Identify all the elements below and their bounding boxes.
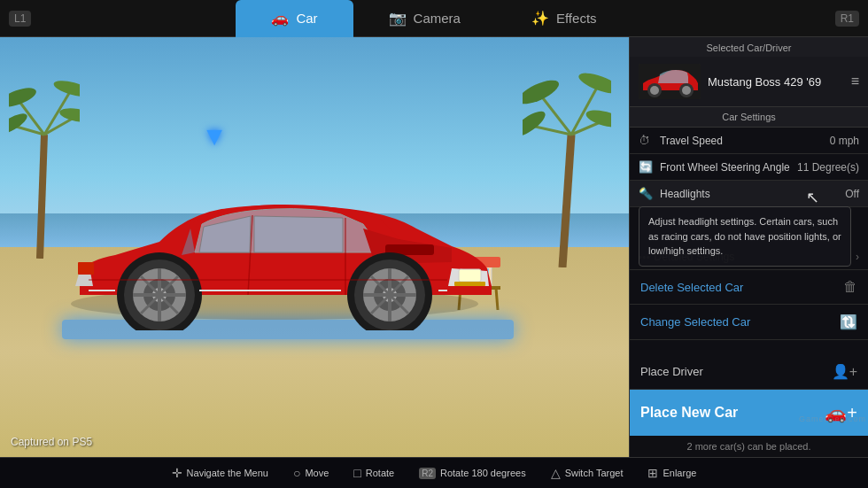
car-menu-icon[interactable]: ≡ [851, 74, 859, 89]
main-container: L1 🚗 Car 📷 Camera ✨ Effects R1 [0, 0, 868, 488]
steering-icon: 🔄 [639, 160, 656, 174]
svg-rect-30 [78, 262, 94, 275]
enlarge-label: Enlarge [663, 468, 696, 478]
travel-speed-row[interactable]: ⏱ Travel Speed 0 mph [630, 128, 868, 154]
toolbar-move: ○ Move [293, 466, 329, 480]
chevron-right-icon: › [856, 251, 859, 263]
scene-caption: Captured on PS5 [11, 436, 92, 448]
car-thumbnail [639, 64, 701, 99]
car-platform [44, 162, 514, 339]
effects-tab-label: Effects [556, 11, 597, 26]
rotate-icon: □ [353, 466, 360, 480]
place-driver-icon: 👤+ [832, 363, 857, 380]
content-area: ▼ [0, 37, 868, 457]
move-icon: ○ [293, 466, 300, 480]
selected-car-section-header: Selected Car/Driver [630, 37, 868, 57]
camera-tab-label: Camera [414, 11, 461, 26]
bottom-toolbar: ✛ Navigate the Menu ○ Move □ Rotate R2 R… [0, 457, 868, 488]
move-label: Move [305, 468, 329, 478]
spacer [630, 340, 868, 354]
place-new-car-label: Place New Car [640, 405, 825, 421]
tab-camera[interactable]: 📷 Camera [353, 0, 496, 37]
switch-target-label: Switch Target [565, 468, 624, 478]
place-driver-label: Place Driver [640, 365, 832, 378]
headlights-value: Off [845, 188, 859, 200]
headlights-tooltip: Adjust headlight settings. Certain cars,… [639, 206, 851, 267]
travel-speed-value: 0 mph [830, 135, 859, 147]
car-info-row: Mustang Boss 429 '69 ≡ [630, 57, 868, 107]
camera-tab-icon: 📷 [389, 10, 407, 27]
toolbar-switch-target: △ Switch Target [551, 466, 624, 480]
steering-angle-row[interactable]: 🔄 Front Wheel Steering Angle 11 Degree(s… [630, 154, 868, 181]
tab-effects[interactable]: ✨ Effects [496, 0, 632, 37]
tab-car[interactable]: 🚗 Car [236, 0, 353, 37]
effects-tab-icon: ✨ [531, 10, 549, 27]
top-nav: L1 🚗 Car 📷 Camera ✨ Effects R1 [0, 0, 868, 37]
switch-target-icon: △ [551, 466, 561, 480]
svg-rect-28 [459, 269, 481, 282]
travel-speed-icon: ⏱ [639, 134, 656, 147]
headlights-icon: 🔦 [639, 187, 656, 200]
svg-point-59 [682, 86, 691, 95]
rotate-label: Rotate [366, 468, 394, 478]
r1-trigger: R1 [835, 11, 859, 27]
svg-point-57 [650, 86, 659, 95]
headlights-row[interactable]: 🔦 Headlights Off ↖ Adjust headlight sett… [630, 181, 868, 207]
svg-rect-29 [454, 282, 485, 286]
enlarge-icon: ⊞ [647, 466, 658, 480]
delete-car-label: Delete Selected Car [640, 281, 843, 294]
svg-point-6 [9, 110, 30, 138]
change-icon: 🔃 [840, 314, 857, 330]
car-settings-header: Car Settings [630, 107, 868, 128]
svg-point-11 [523, 75, 562, 108]
toolbar-rotate: □ Rotate [353, 466, 394, 480]
delete-car-row[interactable]: Delete Selected Car 🗑 [630, 270, 868, 305]
car-tab-label: Car [296, 11, 317, 26]
steering-value: 11 Degree(s) [797, 161, 859, 174]
right-panel: Selected Car/Driver Mustang Boss 429 [629, 37, 868, 457]
navigate-label: Navigate the Menu [187, 468, 268, 478]
car-tab-icon: 🚗 [271, 10, 289, 27]
travel-speed-label: Travel Speed [656, 135, 830, 147]
svg-point-15 [523, 107, 549, 141]
rotate180-label: Rotate 180 degrees [440, 468, 526, 478]
change-car-label: Change Selected Car [640, 315, 840, 329]
more-cars-info: 2 more car(s) can be placed. [630, 436, 868, 457]
svg-line-9 [562, 135, 571, 267]
palm-tree-right [523, 55, 611, 267]
scene-area: ▼ [0, 37, 629, 457]
rotate180-icon: R2 [419, 468, 436, 479]
headlights-label: Headlights [656, 188, 845, 200]
watermark: GamerGen.com [799, 414, 866, 423]
steering-label: Front Wheel Steering Angle [656, 161, 797, 174]
place-new-car-row[interactable]: Place New Car 🚗+ [630, 390, 868, 436]
toolbar-enlarge: ⊞ Enlarge [647, 466, 696, 480]
toolbar-rotate180: R2 Rotate 180 degrees [419, 468, 525, 479]
car-name: Mustang Boss 429 '69 [708, 75, 844, 89]
navigate-icon: ✛ [172, 466, 182, 480]
place-driver-row[interactable]: Place Driver 👤+ [630, 354, 868, 390]
l1-trigger: L1 [9, 11, 31, 27]
change-car-row[interactable]: Change Selected Car 🔃 [630, 305, 868, 340]
delete-icon: 🗑 [843, 279, 857, 295]
toolbar-navigate: ✛ Navigate the Menu [172, 466, 268, 480]
arrow-indicator: ▼ [201, 121, 228, 151]
